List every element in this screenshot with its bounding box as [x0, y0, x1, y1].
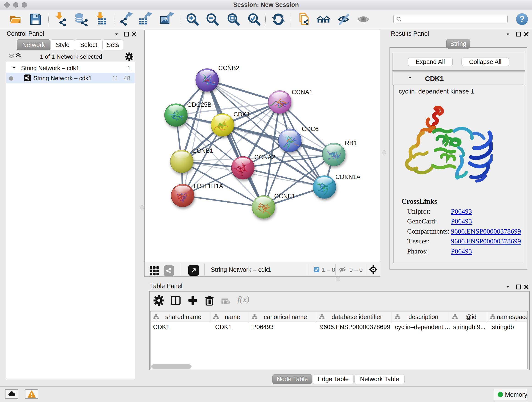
svg-text:CCNB1: CCNB1	[192, 147, 213, 154]
svg-text:CDC25B: CDC25B	[187, 101, 212, 108]
svg-text:RB1: RB1	[345, 140, 357, 147]
svg-text:CCNA2: CCNA2	[254, 154, 275, 161]
svg-text:?: ?	[519, 14, 525, 24]
svg-text:HIST1H1A: HIST1H1A	[194, 183, 223, 190]
svg-text:CCNA1: CCNA1	[292, 89, 313, 96]
svg-text:CDK1: CDK1	[234, 111, 250, 118]
svg-text:CCNB2: CCNB2	[218, 65, 239, 71]
svg-text:CDC6: CDC6	[302, 126, 319, 133]
svg-text:CCNE1: CCNE1	[274, 193, 295, 200]
svg-text:CDKN1A: CDKN1A	[336, 173, 361, 180]
